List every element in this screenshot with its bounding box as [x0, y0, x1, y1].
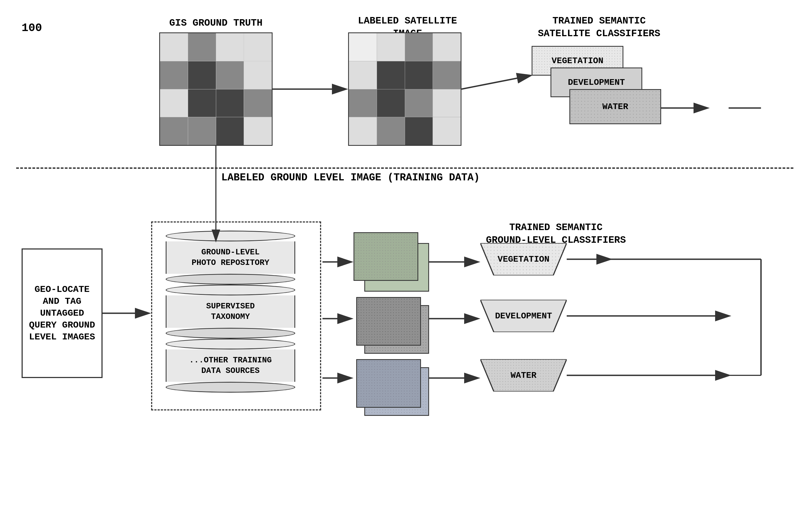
cylinder-supervised-taxonomy: SUPERVISED TAXONOMY — [166, 284, 295, 339]
geo-locate-box: GEO-LOCATE AND TAG UNTAGGED QUERY GROUND… — [22, 248, 103, 378]
diagram-container: 100 GIS GROUND TRUTH LABELED SATELLITE I… — [0, 0, 812, 509]
classifier-water-sat: WATER — [569, 89, 661, 124]
trapezoid-water: WATER — [480, 359, 567, 392]
trained-satellite-classifiers-label: TRAINED SEMANTIC SATELLITE CLASSIFIERS — [531, 15, 667, 40]
divider-label: LABELED GROUND LEVEL IMAGE (TRAINING DAT… — [221, 172, 480, 183]
satellite-image — [348, 32, 462, 146]
image-stack-development — [354, 294, 435, 365]
gis-image — [159, 32, 272, 146]
repository-dashed-box: GROUND-LEVEL PHOTO REPOSITORY SUPERVISED… — [151, 222, 321, 410]
cylinder-other-training: ...OTHER TRAINING DATA SOURCES — [166, 339, 295, 393]
diagram-number: 100 — [22, 22, 42, 35]
svg-line-10 — [462, 76, 530, 89]
trapezoid-vegetation: VEGETATION — [480, 243, 567, 275]
trapezoid-development: DEVELOPMENT — [480, 300, 567, 332]
divider-line — [16, 167, 793, 169]
image-stack-vegetation — [354, 232, 435, 302]
image-stack-water — [354, 357, 435, 427]
cylinder-photo-repository: GROUND-LEVEL PHOTO REPOSITORY — [166, 231, 295, 284]
gis-ground-truth-label: GIS GROUND TRUTH — [159, 18, 272, 29]
